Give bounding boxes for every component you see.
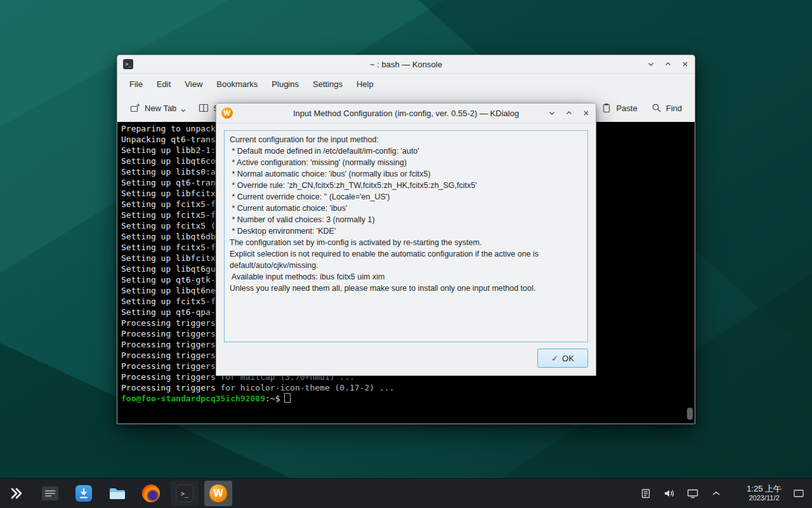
paste-label: Paste — [616, 104, 637, 113]
im-config-icon: W — [209, 485, 227, 502]
clock-date: 2023/11/2 — [747, 494, 782, 503]
dialog-text-line: * Desktop environment: 'KDE' — [230, 225, 582, 237]
paste-icon — [601, 103, 612, 113]
menu-plugins[interactable]: Plugins — [265, 76, 306, 93]
display-tray-button[interactable] — [686, 484, 700, 503]
tray-expand-button[interactable] — [709, 484, 723, 503]
firefox-icon — [142, 485, 160, 502]
im-config-icon: W — [221, 107, 233, 119]
dialog-text-line: * Override rule: 'zh_CN,fcitx5:zh_TW,fci… — [230, 180, 582, 191]
terminal-scrollbar[interactable] — [686, 122, 693, 424]
dialog-text-line: default/auto/cjkv/missing. — [230, 260, 582, 271]
menu-settings[interactable]: Settings — [306, 76, 350, 93]
volume-icon — [664, 488, 675, 498]
kdialog-window: W Input Method Configuration (im-config,… — [216, 103, 596, 376]
maximize-icon[interactable] — [565, 109, 573, 117]
dialog-text-line: * Current override choice: '' (Locale='e… — [230, 191, 582, 203]
system-tray — [639, 479, 723, 508]
terminal-prompt-suffix: :~$ — [265, 394, 280, 403]
chevron-down-icon — [181, 109, 186, 112]
discover-button[interactable] — [70, 481, 98, 506]
im-config-task-button[interactable]: W — [204, 481, 232, 506]
dialog-text-line: Unless you really need them all, please … — [230, 283, 582, 294]
menu-help[interactable]: Help — [350, 76, 381, 93]
terminal-scrollbar-thumb[interactable] — [687, 408, 693, 420]
find-label: Find — [666, 104, 682, 113]
terminal-prompt-user: foo@foo-standardpcq35ich92009 — [121, 394, 265, 403]
clock-time: 1:25 上午 — [747, 484, 782, 494]
split-view-icon — [199, 103, 209, 113]
clipboard-tray-button[interactable] — [639, 484, 653, 503]
konsole-icon: >_ — [176, 485, 193, 502]
paste-button[interactable]: Paste — [598, 99, 641, 117]
taskbar-items: >_ W — [0, 481, 232, 506]
dialog-text-line: Explicit selection is not required to en… — [230, 248, 582, 260]
dialog-text-line: * Number of valid choices: 3 (normally 1… — [230, 214, 582, 225]
dolphin-button[interactable] — [103, 481, 131, 506]
clipboard-icon — [641, 488, 651, 498]
discover-icon — [75, 485, 92, 502]
show-desktop-button[interactable] — [790, 484, 807, 503]
show-desktop-icon — [793, 488, 804, 498]
taskbar: >_ W — [0, 478, 812, 508]
find-button[interactable]: Find — [648, 99, 686, 117]
dialog-text-line: * Active configuration: 'missing' (norma… — [230, 157, 582, 168]
terminal-prompt-line: foo@foo-standardpcq35ich92009:~$ — [121, 393, 695, 404]
display-icon — [687, 488, 698, 498]
search-icon — [652, 103, 662, 113]
dialog-text-line: Current configuration for the input meth… — [230, 134, 582, 145]
kdialog-window-buttons — [547, 104, 591, 123]
konsole-window-buttons — [646, 55, 690, 73]
clock[interactable]: 1:25 上午 2023/11/2 — [747, 484, 782, 503]
terminal-line: Processing triggers for hicolor-icon-the… — [121, 382, 695, 393]
dialog-text-line: * Current automatic choice: 'ibus' — [230, 203, 582, 214]
desktop: >_ ~ : bash — Konsole File Edit View Boo… — [0, 0, 812, 508]
dialog-text-line: * Default mode defined in /etc/default/i… — [230, 145, 582, 157]
pager-button[interactable] — [36, 481, 64, 506]
konsole-app-icon: >_ — [123, 59, 133, 69]
menu-view[interactable]: View — [178, 76, 209, 93]
close-icon[interactable] — [582, 109, 591, 117]
launcher-icon — [9, 486, 24, 501]
dolphin-icon — [108, 486, 126, 501]
kdialog-window-title: Input Method Configuration (im-config, v… — [254, 109, 558, 118]
close-icon[interactable] — [681, 60, 690, 69]
pager-icon — [42, 486, 58, 500]
dialog-text-line: * Normal automatic choice: 'ibus' (norma… — [230, 168, 582, 180]
konsole-task-button[interactable]: >_ — [171, 481, 199, 506]
dialog-text-view[interactable]: Current configuration for the input meth… — [224, 130, 588, 342]
konsole-titlebar[interactable]: >_ ~ : bash — Konsole — [117, 55, 695, 74]
konsole-menubar: File Edit View Bookmarks Plugins Setting… — [117, 74, 695, 94]
konsole-window-title: ~ : bash — Konsole — [155, 60, 657, 69]
chevron-up-icon — [712, 490, 721, 497]
checkmark-icon: ✓ — [551, 354, 558, 363]
firefox-button[interactable] — [137, 481, 165, 506]
terminal-cursor — [284, 393, 291, 403]
dialog-text-line: The configuration set by im-config is ac… — [230, 237, 582, 248]
new-tab-label: New Tab — [145, 104, 176, 113]
dialog-text-line: Available input methods: ibus fcitx5 uim… — [230, 271, 582, 283]
minimize-icon[interactable] — [646, 60, 655, 69]
menu-edit[interactable]: Edit — [150, 76, 178, 93]
ok-button[interactable]: ✓ OK — [537, 349, 588, 368]
maximize-icon[interactable] — [664, 60, 672, 69]
ok-label: OK — [562, 354, 574, 363]
new-tab-icon — [130, 103, 140, 113]
volume-tray-button[interactable] — [662, 484, 676, 503]
new-tab-button[interactable]: New Tab — [126, 99, 190, 117]
menu-bookmarks[interactable]: Bookmarks — [209, 76, 265, 93]
menu-file[interactable]: File — [122, 76, 150, 93]
app-launcher-button[interactable] — [3, 481, 30, 506]
minimize-icon[interactable] — [547, 109, 556, 117]
kdialog-titlebar[interactable]: W Input Method Configuration (im-config,… — [216, 104, 596, 123]
